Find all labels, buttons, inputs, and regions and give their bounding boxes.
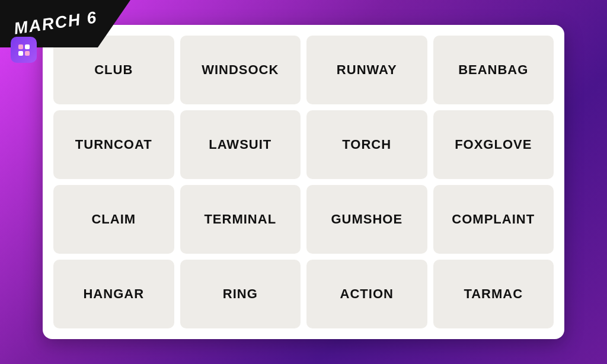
word-label: RING: [223, 286, 258, 302]
word-label: COMPLAINT: [452, 212, 535, 227]
word-tile[interactable]: ACTION: [306, 260, 427, 328]
word-tile[interactable]: GUMSHOE: [306, 185, 427, 254]
word-label: ACTION: [340, 286, 394, 302]
word-label: CLAIM: [91, 212, 136, 227]
word-label: TORCH: [342, 137, 391, 152]
date-text: MARCH 6: [12, 8, 98, 38]
word-tile[interactable]: RING: [180, 260, 301, 328]
word-tile[interactable]: TURNCOAT: [53, 110, 174, 179]
word-tile[interactable]: FOXGLOVE: [433, 110, 554, 179]
word-label: HANGAR: [83, 286, 144, 302]
word-tile[interactable]: TORCH: [306, 110, 427, 179]
word-tile[interactable]: COMPLAINT: [433, 185, 554, 254]
app-icon-dot-4: [25, 51, 30, 56]
word-label: BEANBAG: [458, 62, 528, 78]
word-label: LAWSUIT: [209, 137, 271, 152]
word-label: CLUB: [94, 62, 133, 78]
word-tile[interactable]: WINDSOCK: [180, 36, 301, 104]
word-tile[interactable]: CLAIM: [53, 185, 174, 254]
word-label: WINDSOCK: [202, 62, 279, 78]
app-icon-dot-1: [18, 44, 23, 49]
word-tile[interactable]: RUNWAY: [306, 36, 427, 104]
word-tile[interactable]: LAWSUIT: [180, 110, 301, 179]
word-tile[interactable]: TERMINAL: [180, 185, 301, 254]
app-icon-inner: [15, 41, 33, 59]
app-icon-dot-2: [25, 44, 30, 49]
app-icon: [11, 37, 37, 63]
word-tile[interactable]: TARMAC: [433, 260, 554, 328]
word-label: GUMSHOE: [331, 212, 402, 227]
game-board: CLUBWINDSOCKRUNWAYBEANBAGTURNCOATLAWSUIT…: [43, 25, 564, 339]
app-icon-dot-3: [18, 51, 23, 56]
word-label: FOXGLOVE: [455, 137, 532, 152]
word-label: TERMINAL: [204, 212, 276, 227]
word-tile[interactable]: BEANBAG: [433, 36, 554, 104]
word-tile[interactable]: HANGAR: [53, 260, 174, 328]
word-label: TURNCOAT: [75, 137, 152, 152]
word-label: TARMAC: [464, 286, 523, 302]
word-label: RUNWAY: [337, 62, 397, 78]
